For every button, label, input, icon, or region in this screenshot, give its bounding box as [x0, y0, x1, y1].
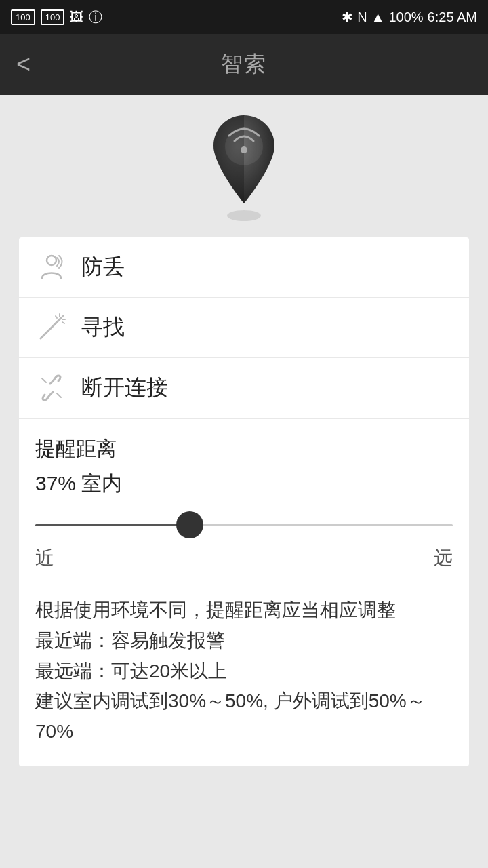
slider-labels: 近 远: [35, 545, 453, 571]
device-icon-area: [0, 95, 488, 237]
status-right-icons: ✱ N ▲ 100% 6:25 AM: [342, 9, 477, 25]
status-info-icon: ⓘ: [89, 8, 102, 26]
disconnect-icon: [35, 372, 68, 404]
svg-line-10: [42, 378, 46, 382]
desc-line4: 建议室内调试到30%～50%, 户外调试到50%～70%: [35, 686, 453, 747]
distance-title: 提醒距离: [35, 435, 453, 463]
wifi-icon: ▲: [371, 9, 385, 25]
main-card: 防丢 寻找: [19, 237, 469, 766]
status-icon-100-2: 100: [41, 9, 65, 25]
svg-line-9: [62, 322, 64, 323]
anti-lost-icon: [35, 251, 68, 283]
bluetooth-icon: ✱: [342, 9, 353, 25]
status-left-icons: 100 100 🖼 ⓘ: [11, 8, 102, 26]
back-button[interactable]: <: [16, 50, 30, 79]
svg-point-2: [227, 210, 261, 221]
status-icon-100-1: 100: [11, 9, 35, 25]
desc-line3: 最远端：可达20米以上: [35, 656, 453, 687]
near-label: 近: [35, 545, 54, 571]
time-display: 6:25 AM: [428, 9, 477, 25]
distance-slider[interactable]: [35, 511, 453, 538]
menu-item-anti-lost[interactable]: 防丢: [19, 237, 469, 298]
menu-item-disconnect[interactable]: 断开连接: [19, 358, 469, 418]
svg-line-8: [56, 316, 57, 318]
device-pin-icon: [203, 115, 285, 217]
find-label: 寻找: [81, 313, 125, 342]
status-image-icon: 🖼: [70, 9, 83, 25]
description-section: 根据使用环境不同，提醒距离应当相应调整 最近端：容易触发报警 最远端：可达20米…: [19, 582, 469, 766]
anti-lost-label: 防丢: [81, 252, 125, 282]
desc-line2: 最近端：容易触发报警: [35, 626, 453, 656]
network-n-icon: N: [357, 9, 367, 25]
slider-fill: [35, 524, 190, 526]
nav-bar: < 智索: [0, 34, 488, 95]
page-title: 智索: [0, 50, 488, 79]
distance-value: 37% 室内: [35, 470, 453, 498]
svg-point-1: [241, 146, 247, 153]
svg-line-11: [57, 393, 61, 397]
slider-track: [35, 524, 453, 526]
svg-line-7: [62, 315, 64, 317]
distance-section: 提醒距离 37% 室内 近 远: [19, 418, 469, 571]
status-bar: 100 100 🖼 ⓘ ✱ N ▲ 100% 6:25 AM: [0, 0, 488, 34]
battery-percent: 100%: [388, 9, 423, 25]
slider-thumb[interactable]: [176, 511, 203, 538]
far-label: 远: [434, 545, 453, 571]
disconnect-label: 断开连接: [81, 373, 168, 403]
svg-point-3: [47, 256, 56, 265]
svg-line-4: [41, 323, 56, 338]
find-icon: [35, 311, 68, 344]
menu-item-find[interactable]: 寻找: [19, 298, 469, 358]
desc-line1: 根据使用环境不同，提醒距离应当相应调整: [35, 595, 453, 626]
